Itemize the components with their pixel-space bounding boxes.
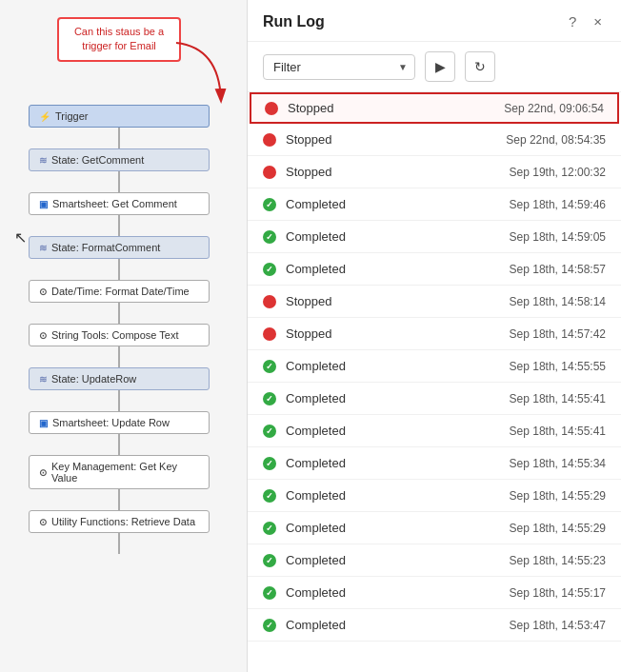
log-timestamp: Sep 18th, 14:55:29 [510,489,606,503]
log-item[interactable]: StoppedSep 22nd, 08:54:35 [248,124,621,156]
node-datetime[interactable]: ⊙ Date/Time: Format Date/Time [29,280,210,303]
log-status-label: Completed [286,618,510,632]
completed-dot: ✓ [263,360,276,373]
node-utility[interactable]: ⊙ Utility Functions: Retrieve Data [29,510,210,533]
node-action-getcomment-label: Smartsheet: Get Comment [52,198,177,209]
keymanage-icon: ⊙ [39,467,47,478]
log-timestamp: Sep 18th, 14:58:57 [510,263,606,276]
run-log-title: Run Log [263,13,325,30]
refresh-icon: ↻ [474,59,486,74]
node-utility-label: Utility Functions: Retrieve Data [51,516,195,527]
datetime-icon: ⊙ [39,287,47,297]
log-timestamp: Sep 18th, 14:59:46 [510,198,606,211]
node-keymanage[interactable]: ⊙ Key Management: Get Key Value [29,455,210,489]
log-status-label: Stopped [286,294,510,308]
filter-wrapper: Filter All Stopped Completed [263,54,415,80]
log-timestamp: Sep 18th, 14:55:23 [510,554,606,567]
connector-10 [118,533,120,554]
log-timestamp: Sep 18th, 14:59:05 [510,230,606,244]
connector-2 [118,171,120,192]
completed-dot: ✓ [263,619,276,632]
utility-icon: ⊙ [39,517,47,527]
action-updaterow-icon: ▣ [39,418,48,428]
log-item[interactable]: ✓CompletedSep 18th, 14:55:34 [248,447,621,480]
log-status-label: Completed [286,424,510,438]
log-status-label: Stopped [286,132,506,147]
workflow-panel: Can this staus be a trigger for Email ↖ … [0,0,248,672]
log-timestamp: Sep 19th, 12:00:32 [510,166,606,179]
node-state-updaterow[interactable]: ≋ State: UpdateRow [29,367,210,390]
log-item[interactable]: ✓CompletedSep 18th, 14:55:55 [248,350,621,383]
completed-dot: ✓ [263,522,276,535]
node-state-getcomment-label: State: GetComment [51,154,144,166]
log-item[interactable]: StoppedSep 18th, 14:58:14 [248,286,621,318]
node-action-updaterow[interactable]: ▣ Smartsheet: Update Row [29,411,210,434]
log-item[interactable]: ✓CompletedSep 18th, 14:55:41 [248,383,621,415]
node-state-formatcomment[interactable]: ≋ State: FormatComment [29,236,210,259]
log-item[interactable]: ✓CompletedSep 18th, 14:53:47 [248,609,621,642]
log-timestamp: Sep 18th, 14:55:29 [510,522,606,535]
connector-7 [118,390,120,411]
log-timestamp: Sep 18th, 14:53:47 [510,619,606,632]
connector-9 [118,489,120,510]
completed-dot: ✓ [263,489,276,503]
connector-3 [118,215,120,236]
log-timestamp: Sep 18th, 14:55:17 [510,586,606,600]
node-state-updaterow-label: State: UpdateRow [51,373,136,385]
completed-dot: ✓ [263,586,276,600]
log-status-label: Completed [286,391,510,405]
log-status-label: Completed [286,488,510,503]
log-item[interactable]: ✓CompletedSep 18th, 14:59:46 [248,188,621,221]
completed-dot: ✓ [263,554,276,567]
node-state-formatcomment-label: State: FormatComment [51,242,160,253]
stopped-dot [263,166,276,179]
connector-4 [118,259,120,280]
log-item[interactable]: StoppedSep 22nd, 09:06:54 [250,92,619,124]
node-compose[interactable]: ⊙ String Tools: Compose Text [29,324,210,346]
play-button[interactable]: ▶ [425,51,455,82]
action-getcomment-icon: ▣ [39,199,48,209]
filter-row: Filter All Stopped Completed ▶ ↻ [248,42,621,92]
log-item[interactable]: ✓CompletedSep 18th, 14:55:29 [248,512,621,544]
log-status-label: Completed [286,262,510,276]
log-status-label: Completed [286,229,510,244]
log-status-label: Completed [286,197,510,211]
log-item[interactable]: StoppedSep 18th, 14:57:42 [248,318,621,350]
workflow-nodes: ⚡ Trigger ≋ State: GetComment ▣ Smartshe… [29,105,210,554]
refresh-button[interactable]: ↻ [465,51,495,82]
header-icons: ? × [565,11,606,31]
node-state-getcomment[interactable]: ≋ State: GetComment [29,148,210,171]
callout-arrow [171,38,229,114]
close-button[interactable]: × [590,11,606,31]
node-datetime-label: Date/Time: Format Date/Time [51,286,190,297]
log-item[interactable]: ✓CompletedSep 18th, 14:59:05 [248,221,621,253]
log-timestamp: Sep 22nd, 08:54:35 [506,133,606,147]
log-item[interactable]: StoppedSep 19th, 12:00:32 [248,156,621,188]
log-item[interactable]: ✓CompletedSep 18th, 14:55:41 [248,415,621,447]
log-timestamp: Sep 18th, 14:55:41 [510,425,606,438]
log-item[interactable]: ✓CompletedSep 18th, 14:55:17 [248,577,621,609]
log-status-label: Completed [286,553,510,567]
help-button[interactable]: ? [565,11,580,31]
run-log-panel: Run Log ? × Filter All Stopped Completed… [248,0,621,672]
node-trigger-label: Trigger [55,110,88,122]
stopped-dot [263,327,276,341]
trigger-icon: ⚡ [39,111,50,122]
completed-dot: ✓ [263,263,276,276]
stopped-dot [265,102,278,115]
connector-8 [118,434,120,455]
stopped-dot [263,133,276,147]
log-status-label: Completed [286,359,510,373]
cursor-icon: ↖ [14,228,27,247]
state-updaterow-icon: ≋ [39,374,47,385]
log-status-label: Stopped [286,326,510,341]
connector-6 [118,346,120,367]
filter-select[interactable]: Filter All Stopped Completed [263,54,415,80]
log-item[interactable]: ✓CompletedSep 18th, 14:55:23 [248,544,621,577]
node-action-getcomment[interactable]: ▣ Smartsheet: Get Comment [29,192,210,215]
completed-dot: ✓ [263,457,276,470]
log-item[interactable]: ✓CompletedSep 18th, 14:55:29 [248,480,621,512]
completed-dot: ✓ [263,198,276,211]
log-item[interactable]: ✓CompletedSep 18th, 14:58:57 [248,253,621,286]
log-status-label: Completed [286,521,510,535]
